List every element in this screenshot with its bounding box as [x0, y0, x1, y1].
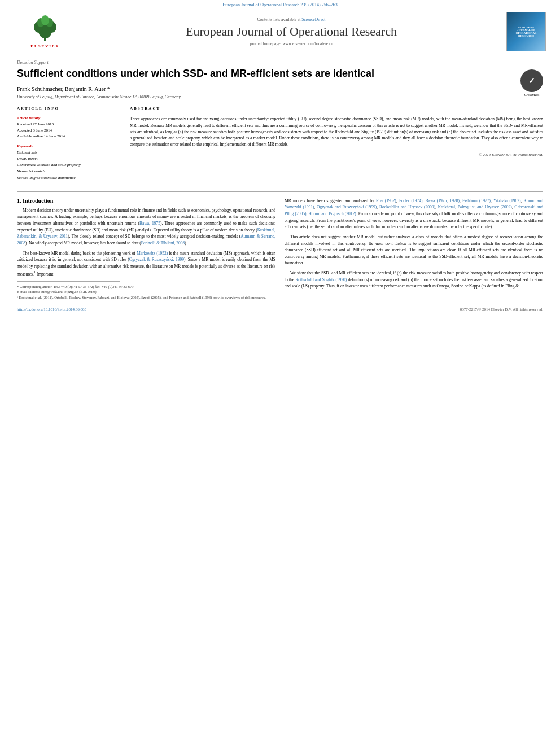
- article-info-panel: ARTICLE INFO Article history: Received 2…: [17, 106, 119, 185]
- online-date: Available online 14 June 2014: [17, 133, 119, 139]
- section-divider: [17, 191, 543, 192]
- authors: Frank Schuhmacher, Benjamin R. Auer *: [17, 86, 543, 92]
- ref-markowitz1952[interactable]: Markowitz (1952): [137, 251, 168, 256]
- section1-right-para3: We show that the SSD- and MR-efficient s…: [285, 270, 543, 290]
- section1-heading: 1. Introduction: [17, 198, 275, 204]
- keyword-5: Second-degree stochastic dominance: [17, 175, 119, 181]
- ref-rockafellar2000[interactable]: Rockafellar and Uryasev (2000): [379, 204, 435, 209]
- main-content: Decision Support ✓ CrossMark Sufficient …: [0, 55, 560, 305]
- footer-issn: 0377-2217/© 2014 Elsevier B.V. All right…: [460, 307, 543, 312]
- keywords-label: Keywords:: [17, 144, 119, 148]
- abstract-panel: ABSTRACT Three approaches are commonly u…: [130, 106, 543, 185]
- ref-roy1952[interactable]: Roy (1952): [376, 198, 396, 203]
- section1-para2: The best-known MR model dating back to t…: [17, 250, 275, 278]
- section1-right-para2: This article does not suggest another MR…: [285, 234, 543, 267]
- section-label: Decision Support: [17, 60, 543, 65]
- article-title: Sufficient conditions under which SSD- a…: [17, 67, 543, 80]
- body-left-col: 1. Introduction Modern decision theory u…: [17, 198, 275, 300]
- ref-ogryczak1999[interactable]: Ogryczak & Ruszczyński, 1999: [129, 257, 184, 262]
- article-title-area: ✓ CrossMark Sufficient conditions under …: [17, 67, 543, 80]
- journal-cover: EUROPEANJOURNAL OFOPERATIONALRESEARCH: [504, 12, 549, 51]
- ref-bawa1975-78[interactable]: Bawa (1975, 1978): [426, 198, 460, 203]
- article-history: Article history: Received 27 June 2013 A…: [17, 116, 119, 139]
- crossmark-label: CrossMark: [520, 93, 543, 97]
- ref-bawa1975[interactable]: Bawa, 1975: [139, 221, 160, 226]
- homepage-text: journal homepage: www.elsevier.com/locat…: [250, 41, 333, 46]
- sciencedirect-line: Contents lists available at ScienceDirec…: [79, 17, 504, 22]
- accepted-date: Accepted 3 June 2014: [17, 128, 119, 134]
- crossmark-area: ✓ CrossMark: [520, 69, 543, 97]
- journal-homepage: journal homepage: www.elsevier.com/locat…: [79, 41, 504, 46]
- keyword-1: Efficient sets: [17, 150, 119, 156]
- keyword-3: Generalized location and scale property: [17, 162, 119, 168]
- keyword-4: Mean-risk models: [17, 168, 119, 174]
- copyright: © 2014 Elsevier B.V. All rights reserved…: [130, 152, 543, 157]
- ref-krokhmal2011[interactable]: Krokhmal, Zabarankin, & Uryasev, 2011: [17, 228, 275, 239]
- ref-yitzhaki1982[interactable]: Yitzhaki (1982): [493, 198, 521, 203]
- section1-right-para1: MR models have been suggested and analyz…: [285, 198, 543, 230]
- history-label: Article history:: [17, 116, 119, 120]
- article-info-abstract: ARTICLE INFO Article history: Received 2…: [17, 106, 543, 185]
- body-right-col: MR models have been suggested and analyz…: [285, 198, 543, 300]
- abstract-heading: ABSTRACT: [130, 106, 543, 112]
- affiliation: University of Leipzig, Department of Fin…: [17, 94, 543, 99]
- crossmark-icon: ✓: [520, 69, 543, 92]
- ref-porter1974[interactable]: Porter (1974): [399, 198, 423, 203]
- doi-link[interactable]: http://dx.doi.org/10.1016/j.ejor.2014.06…: [17, 307, 86, 312]
- publisher-logo: ELSEVIER: [11, 15, 79, 49]
- footnote-email: E-mail address: auer@wifa.uni-leipzig.de…: [17, 289, 275, 295]
- footer-bar: http://dx.doi.org/10.1016/j.ejor.2014.06…: [0, 305, 560, 314]
- abstract-text: Three approaches are commonly used for a…: [130, 116, 543, 147]
- body-content: 1. Introduction Modern decision theory u…: [17, 198, 543, 300]
- keywords-section: Keywords: Efficient sets Utility theory …: [17, 144, 119, 181]
- received-date: Received 27 June 2013: [17, 121, 119, 128]
- ref-krokhmal2002[interactable]: Krokhmal, Palmquist, and Uryasev (2002): [438, 204, 512, 209]
- ref-rothschild1970[interactable]: Rothschild and Stiglitz (1970): [295, 277, 347, 282]
- footnote-divider: [17, 281, 120, 282]
- journal-name: European Journal of Operational Research: [79, 24, 504, 39]
- authors-text: Frank Schuhmacher, Benjamin R. Auer *: [17, 86, 110, 92]
- cover-label: EUROPEANJOURNAL OFOPERATIONALRESEARCH: [516, 26, 537, 37]
- section1-para1: Modern decision theory under uncertainty…: [17, 207, 275, 247]
- journal-title-area: Contents lists available at ScienceDirec…: [79, 17, 504, 46]
- journal-cover-image: EUROPEANJOURNAL OFOPERATIONALRESEARCH: [506, 12, 546, 51]
- elsevier-tree-icon: [28, 15, 62, 43]
- top-bar: European Journal of Operational Research…: [0, 0, 560, 8]
- journal-citation: European Journal of Operational Research…: [222, 2, 337, 7]
- elsevier-brand-label: ELSEVIER: [30, 44, 59, 49]
- keyword-2: Utility theory: [17, 156, 119, 162]
- ref-fishburn1977[interactable]: Fishburn (1977): [462, 198, 491, 203]
- ref-farinelli2008[interactable]: Farinelli & Tibiletti, 2008: [141, 241, 185, 246]
- ref-ogryczak1999b[interactable]: Ogryczak and Ruszczyński (1999): [317, 204, 377, 209]
- article-info-heading: ARTICLE INFO: [17, 106, 119, 112]
- ref-homm2012[interactable]: Homm and Pigorsch (2012): [308, 211, 356, 216]
- footnote-star: * Corresponding author. Tel.: +49 (0)341…: [17, 284, 275, 290]
- contents-text: Contents lists available at: [257, 17, 301, 22]
- keywords-list: Efficient sets Utility theory Generalize…: [17, 150, 119, 181]
- footnote-1: ¹ Krokhmal et al. (2011), Ortobelli, Rac…: [17, 295, 275, 300]
- svg-point-6: [41, 15, 49, 25]
- sciencedirect-link[interactable]: ScienceDirect: [301, 17, 325, 22]
- journal-header: ELSEVIER Contents lists available at Sci…: [0, 8, 560, 55]
